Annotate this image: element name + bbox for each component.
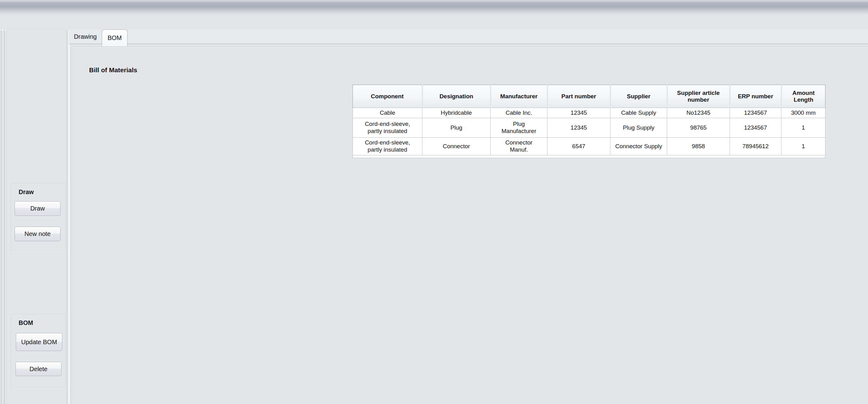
table-cell[interactable]: 12345 <box>548 118 611 138</box>
new-note-button[interactable]: New note <box>14 227 61 241</box>
left-splitter-line <box>1 30 2 404</box>
column-header[interactable]: Part number <box>548 85 611 108</box>
column-header[interactable]: Supplier article number <box>667 85 730 108</box>
empty-grid-row <box>353 155 826 158</box>
table-cell[interactable]: 1 <box>781 118 826 138</box>
table-cell[interactable]: 1234567 <box>730 108 781 118</box>
table-cell[interactable]: Cable <box>353 108 422 118</box>
column-header[interactable]: Manufacturer <box>491 85 548 108</box>
bom-group-label: BOM <box>19 319 33 327</box>
column-header[interactable]: ERP number <box>730 85 781 108</box>
sidebar-divider[interactable] <box>68 30 70 404</box>
table-cell[interactable]: 78945612 <box>730 138 781 155</box>
table-cell[interactable]: 6547 <box>548 138 611 155</box>
table-cell[interactable]: Connector Manuf. <box>491 138 548 155</box>
table-cell[interactable]: 98765 <box>667 118 730 138</box>
table-cell[interactable]: Plug <box>422 118 491 138</box>
draw-group-label: Draw <box>19 189 34 196</box>
table-cell[interactable]: 12345 <box>548 108 611 118</box>
table-cell[interactable]: Plug Supply <box>611 118 667 138</box>
column-header[interactable]: Supplier <box>611 85 667 108</box>
table-cell[interactable]: Connector Supply <box>611 138 667 155</box>
table-cell[interactable]: 3000 mm <box>781 108 826 118</box>
table-row: Cord-end-sleeve, partly insulatedPlugPlu… <box>353 118 826 138</box>
top-gradient-bar <box>0 0 868 16</box>
draw-button[interactable]: Draw <box>14 201 61 216</box>
table-cell[interactable]: Cord-end-sleeve, partly insulated <box>353 118 422 138</box>
bom-group: BOM Update BOM Delete <box>11 314 66 388</box>
column-header[interactable]: Component <box>353 85 422 108</box>
update-bom-button[interactable]: Update BOM <box>16 333 62 351</box>
column-header[interactable]: Designation <box>422 85 491 108</box>
column-header[interactable]: Amount Length <box>781 85 826 108</box>
table-cell[interactable]: Connector <box>422 138 491 155</box>
table-header-row: ComponentDesignationManufacturerPart num… <box>353 85 826 108</box>
bom-table: ComponentDesignationManufacturerPart num… <box>352 85 826 158</box>
tab-drawing[interactable]: Drawing <box>69 29 102 44</box>
tab-strip: Drawing <box>69 29 868 44</box>
application-window: Draw Draw New note BOM Update BOM Delete… <box>0 0 868 404</box>
table-row: Cord-end-sleeve, partly insulatedConnect… <box>353 138 826 155</box>
tab-bom[interactable]: BOM <box>102 29 128 46</box>
table-cell[interactable]: Cord-end-sleeve, partly insulated <box>353 138 422 155</box>
table-cell[interactable]: Hybridcable <box>422 108 491 118</box>
table-cell[interactable]: 1 <box>781 138 826 155</box>
table-cell[interactable]: 9858 <box>667 138 730 155</box>
table-row: CableHybridcableCable Inc.12345Cable Sup… <box>353 108 826 118</box>
delete-button[interactable]: Delete <box>16 362 61 376</box>
table-cell[interactable]: Cable Supply <box>611 108 667 118</box>
table-cell[interactable]: Cable Inc. <box>491 108 548 118</box>
empty-grid-cell <box>353 155 826 158</box>
draw-group: Draw Draw New note <box>11 183 66 251</box>
page-title: Bill of Materials <box>89 66 137 74</box>
sidebar-panel: Draw Draw New note BOM Update BOM Delete <box>7 30 67 404</box>
table-cell[interactable]: No12345 <box>667 108 730 118</box>
table-cell[interactable]: Plug Manufacturer <box>491 118 548 138</box>
left-splitter-line <box>4 30 5 404</box>
table-cell[interactable]: 1234567 <box>730 118 781 138</box>
